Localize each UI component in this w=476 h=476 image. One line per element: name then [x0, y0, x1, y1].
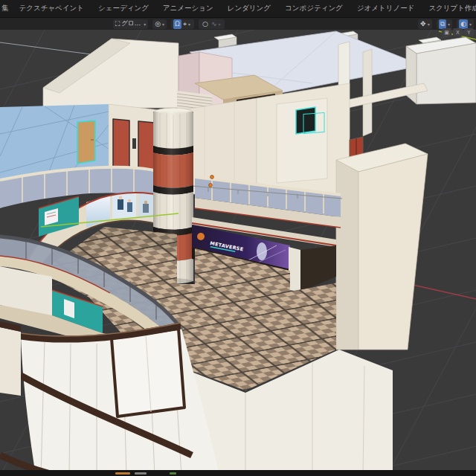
viewport-canvas: METAVERSE — [0, 30, 476, 470]
workspace-tab-partial[interactable]: 集 — [1, 4, 9, 13]
tab-shading[interactable]: シェーディング — [98, 4, 149, 13]
poster-people-2 — [112, 193, 136, 219]
snap-target-icon: ⌖ — [183, 19, 187, 29]
falloff-curve-icon: ∿ — [211, 19, 217, 29]
selected-door — [77, 120, 95, 164]
teal-elevator-opening — [296, 107, 315, 134]
workspace-tabs: テクスチャペイント シェーディング アニメーション レンダリング コンポジティン… — [19, 4, 476, 13]
elevator-door-left — [113, 119, 129, 170]
viewport-header: ⛶ グロ… ▾ ◎ ▾ Ω ⌖ ▾ ○ ∿ ▾ ✥ ▾ — [0, 18, 476, 30]
gizmo-toggle-icon: ✥ — [420, 19, 426, 29]
object-origin-dot — [209, 184, 213, 187]
orientation-dropdown[interactable]: ⛶ グロ… ▾ — [113, 19, 148, 29]
timeline-marker-green — [170, 472, 176, 475]
axis-mini-widgets: ▣ X Y — [442, 28, 474, 36]
gizmo-dropdown[interactable]: ✥ ▾ — [418, 19, 432, 29]
chevron-down-icon: ▾ — [219, 22, 221, 27]
chevron-down-icon: ▾ — [428, 22, 430, 27]
snap-toggle[interactable]: Ω — [173, 19, 181, 29]
timeline-marker-orange — [115, 472, 130, 475]
object-origin-dot — [210, 176, 214, 179]
workspace-tabbar: 集 テクスチャペイント シェーディング アニメーション レンダリング コンポジテ… — [0, 0, 476, 18]
left-pillar — [0, 321, 21, 396]
tab-texture-paint[interactable]: テクスチャペイント — [19, 4, 85, 13]
snap-magnet-icon: Ω — [175, 19, 180, 29]
overlays-dropdown[interactable]: ⧉ ▾ — [437, 19, 452, 29]
axis-y-button[interactable]: Y — [464, 28, 474, 36]
orientation-label: グロ… — [121, 19, 141, 28]
proportional-edit-icon: ○ — [202, 19, 208, 29]
blender-window: 集 テクスチャペイント シェーディング アニメーション レンダリング コンポジテ… — [0, 0, 476, 476]
chevron-down-icon: ▾ — [188, 22, 190, 27]
axis-widget-icon[interactable]: ▣ — [442, 28, 451, 36]
chevron-down-icon: ▾ — [469, 22, 472, 27]
timeline-marker-gray — [135, 472, 147, 475]
chevron-down-icon: ▾ — [448, 22, 450, 27]
snap-group: Ω ⌖ ▾ — [171, 19, 194, 29]
axis-x-button[interactable]: X — [453, 28, 463, 36]
billboard-logo — [197, 233, 205, 240]
tab-rendering[interactable]: レンダリング — [228, 4, 271, 13]
overlays-toggle[interactable]: ⧉ — [439, 19, 446, 29]
overlays-toggle-icon: ⧉ — [440, 19, 445, 29]
viewport-header-right: ✥ ▾ ⧉ ▾ ◐ ▾ — [418, 19, 474, 29]
pivot-dropdown[interactable]: ◎ ▾ — [152, 19, 167, 29]
chevron-down-icon: ▾ — [162, 22, 164, 27]
falloff-dropdown[interactable]: ∿ ▾ — [210, 19, 222, 29]
shading-mode-icon[interactable]: ◐ — [459, 19, 468, 29]
pivot-point-icon: ◎ — [155, 19, 161, 29]
proportional-edit-toggle[interactable]: ○ — [201, 19, 210, 29]
shading-dropdown[interactable]: ◐ ▾ — [457, 19, 474, 29]
tab-scripting[interactable]: スクリプト作成 — [428, 4, 476, 13]
chevron-down-icon: ▾ — [144, 22, 146, 27]
elevator-door-right — [138, 121, 155, 171]
timeline-sliver[interactable] — [0, 470, 476, 476]
tab-compositing[interactable]: コンポジティング — [285, 4, 343, 13]
elevator-panel — [132, 138, 136, 149]
transform-orientation-icon: ⛶ — [115, 19, 120, 29]
tab-animation[interactable]: アニメーション — [163, 4, 213, 13]
proportional-group: ○ ∿ ▾ — [199, 19, 224, 29]
rooftop-box — [406, 37, 476, 104]
snap-target-dropdown[interactable]: ⌖ ▾ — [181, 19, 192, 29]
tab-geometry-nodes[interactable]: ジオメトリノード — [357, 4, 415, 13]
3d-viewport[interactable]: METAVERSE — [0, 30, 476, 470]
